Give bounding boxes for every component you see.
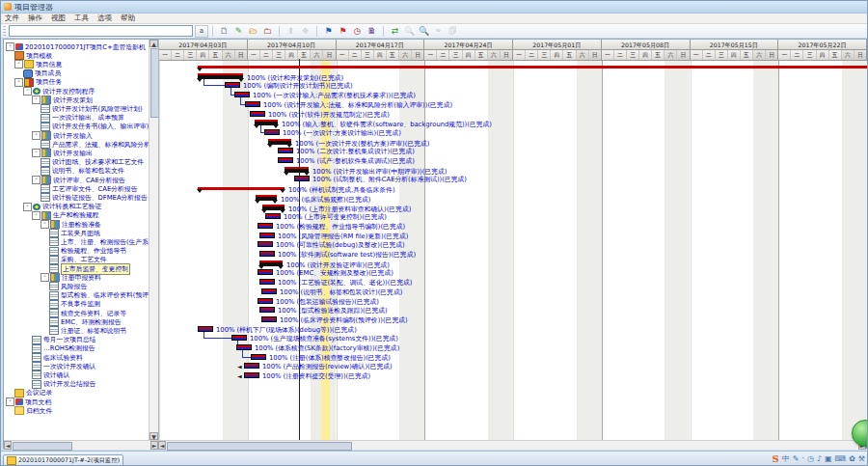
task-bar[interactable]: 100% (工艺验证(装配、调试、老化))(已完成) xyxy=(259,279,275,285)
clock-icon[interactable]: ◷ xyxy=(807,454,814,464)
red-bar[interactable]: 100% (样机试制完成,具备临床条件) xyxy=(198,187,285,190)
tree-item[interactable]: 设计开发计划书(风险管理计划) xyxy=(41,104,143,113)
tree-item[interactable]: -设计开发输入 xyxy=(32,131,93,140)
tree-horizontal-scrollbar[interactable]: ◄ ► xyxy=(4,440,158,450)
title-bar[interactable]: 项目管理器 xyxy=(1,1,868,14)
tree-expander-icon[interactable]: - xyxy=(23,203,32,211)
tree-item[interactable]: -20201017000071JT项目C+血管造影机 xyxy=(6,42,146,51)
tree-item[interactable]: EMC、环测检测报告 xyxy=(49,317,121,326)
scroll-thumb[interactable] xyxy=(167,442,352,451)
report-doc-icon[interactable]: 🗎 xyxy=(366,25,378,37)
tree-item[interactable]: 设计确认 xyxy=(32,370,69,379)
task-bar[interactable]: 100% (临床评价资料编制(预评价))(已完成) xyxy=(261,316,277,322)
tree-expander-icon[interactable]: - xyxy=(41,220,49,229)
red-bar[interactable] xyxy=(198,66,867,69)
task-bar[interactable]: 100% (说明书、标签和包装设计)(已完成) xyxy=(261,288,277,294)
tree-item[interactable]: 上市、注册、检测报告(生产系统) xyxy=(49,237,149,246)
tree-item[interactable]: 工装夹具图纸 xyxy=(49,229,100,237)
summary-bar[interactable]: 100% (上市注册资料审查和确认)(已完成) xyxy=(262,206,285,210)
tree-expander-icon[interactable]: - xyxy=(32,149,41,157)
tree-item[interactable]: -设计开发输出 xyxy=(32,149,93,157)
image-icon[interactable]: ▣ xyxy=(825,454,832,464)
scroll-left-arrow[interactable]: ◄ xyxy=(4,441,12,450)
clock-icon[interactable]: ◷ xyxy=(351,25,364,37)
task-bar[interactable]: 100% (设计开发输入:法规、标准和风险分析(输入评审))(已完成) xyxy=(245,101,260,107)
tree-item[interactable]: 每月一次项目总结 xyxy=(32,336,95,344)
tree-expander-icon[interactable]: - xyxy=(6,42,14,51)
tree-item[interactable]: -设计开发控制程序 xyxy=(23,87,95,96)
quick-search-input[interactable] xyxy=(9,25,193,37)
flag-blue-icon[interactable]: ⚑ xyxy=(322,25,335,37)
search-plus-icon[interactable]: 🔍 xyxy=(418,25,430,37)
wrench-icon[interactable]: ⚒ xyxy=(858,454,865,464)
tree-item[interactable]: 设计开发任务书(输入、输出评审) xyxy=(41,123,149,131)
tree-expander-icon[interactable]: - xyxy=(14,78,23,87)
delete-folder-icon[interactable]: 🗀 xyxy=(261,25,274,37)
tree-expander-icon[interactable]: - xyxy=(32,211,41,220)
task-bar[interactable]: 100% (EMC、安规检测及整改)(已完成) xyxy=(258,269,273,275)
toolbar-grip[interactable] xyxy=(3,26,6,37)
task-bar[interactable]: 100% (设计(软件)开发规范制定)(已完成) xyxy=(250,111,265,117)
chinese-mode-icon[interactable]: 中 xyxy=(782,454,790,464)
tree-item[interactable]: -设计开发策划 xyxy=(32,96,93,104)
menu-item-1[interactable]: 操作 xyxy=(28,14,42,23)
tree-item[interactable]: -设计评审、CAE分析报告 xyxy=(32,176,125,184)
tree-item[interactable]: 临床试验资料 xyxy=(32,353,83,362)
task-bar[interactable]: 100% (可靠性试验(debug)及整改)(已完成) xyxy=(258,241,273,247)
menu-item-0[interactable]: 文件 xyxy=(5,14,19,23)
scroll-thumb[interactable] xyxy=(13,442,72,451)
tree-item[interactable]: 设计图纸、技术要求和工艺文件 xyxy=(41,158,144,167)
menu-item-4[interactable]: 选项 xyxy=(97,14,112,23)
task-bar[interactable]: 100% (试产:整机软件集成调试)(已完成) xyxy=(278,157,293,163)
task-bar[interactable]: 100% (产品检测报告(review)确认)(已完成) xyxy=(244,363,259,369)
task-bar[interactable]: 100% (编制设计开发计划书)(已完成) xyxy=(225,82,240,88)
flag-red-icon[interactable]: ⚑ xyxy=(337,25,349,37)
tree-expander-icon[interactable]: - xyxy=(23,87,32,96)
summary-bar[interactable]: 100% (设计开发验证评审)(已完成) xyxy=(259,262,283,266)
task-bar[interactable]: 100% (一次设计输入:产品需求(整机技术要求))(已完成) xyxy=(234,92,250,97)
tree-item[interactable]: 检验规程、作业指导书 xyxy=(49,247,126,256)
sogou-logo[interactable]: S xyxy=(772,454,778,464)
tree-item[interactable]: 核查文件资料、记录等 xyxy=(49,309,126,317)
tree-item[interactable]: 说明书、标签和包装文件 xyxy=(41,167,124,176)
tree-item[interactable]: -注册申报资料 xyxy=(41,273,101,282)
tree-expander-icon[interactable]: - xyxy=(41,273,49,282)
tree-item[interactable]: -项目任务 xyxy=(14,78,62,87)
tree-item[interactable]: -注册检验准备 xyxy=(41,220,101,229)
tree-item[interactable]: 设计开发总结报告 xyxy=(32,380,95,389)
summary-bar[interactable]: 100% (输入:整机、软硬件需求(software、background规范)… xyxy=(255,122,278,125)
task-bar[interactable]: 100% (包装运输试验报告)(已完成) xyxy=(258,298,273,304)
tree-item[interactable]: 归档文件 xyxy=(14,406,52,415)
tree-item[interactable]: -项目文档 xyxy=(6,397,51,406)
tree-item[interactable]: 一次设计输出、成本预算 xyxy=(41,114,124,123)
tree-expander-icon[interactable]: - xyxy=(32,96,41,104)
task-bar[interactable]: 100% (注册(体系)核查整改报告)(已完成) xyxy=(251,354,266,360)
summary-bar[interactable]: 100% (设计开发输出评审(中期评审))(已完成) xyxy=(285,169,309,173)
task-bar[interactable]: 100% (生产现场核查准备(systems文件))(已完成) xyxy=(231,335,247,341)
tree-item[interactable]: 型式检验、临床评价资料(预评价) xyxy=(49,291,149,300)
task-bar[interactable]: 100% (样机下厂(现场体系)(debug等))(已完成) xyxy=(198,326,213,332)
tree-item[interactable]: -项目信息 xyxy=(14,60,62,69)
menu-item-5[interactable]: 帮助 xyxy=(121,14,135,23)
summary-bar[interactable]: 100% (设计和开发策划)(已完成) xyxy=(198,75,243,79)
tree-item[interactable]: 一次设计开发确认 xyxy=(32,362,95,370)
menu-item-3[interactable]: 工具 xyxy=(74,14,89,23)
tree-item[interactable]: 设计验证报告、DFMEA分析报告 xyxy=(41,193,148,202)
task-bar[interactable]: 100% (二次设计:整机集成设计)(已完成) xyxy=(278,148,293,153)
input-dropdown-button[interactable]: a xyxy=(195,25,208,38)
keyboard-icon[interactable]: ⌨ xyxy=(835,454,847,464)
task-bar[interactable]: 100% (风险管理报告(RM file)更新)(已完成) xyxy=(259,233,275,238)
scroll-right-arrow[interactable]: ► xyxy=(150,441,158,450)
new-doc-icon[interactable]: 🗋 xyxy=(218,25,231,37)
task-bar[interactable]: 100% (注册资料提交(受理))(已完成) xyxy=(244,372,259,378)
scroll-left-arrow[interactable]: ◄ xyxy=(158,441,166,450)
tree-item[interactable]: 工艺评审文件、CAE分析报告 xyxy=(41,184,137,193)
scroll-up-arrow[interactable]: ▲ xyxy=(149,40,158,47)
skin-icon[interactable]: ✿ xyxy=(849,454,855,464)
task-bar[interactable]: 100% (体系核查(SK条款)(factory审核))(已完成) xyxy=(236,344,252,350)
tree-expander-icon[interactable]: - xyxy=(32,176,41,184)
pen-icon[interactable]: ✎ xyxy=(793,454,800,464)
task-bar[interactable]: 100% (型式检验送检及跟踪)(已完成) xyxy=(259,307,275,313)
tree-vertical-scrollbar[interactable]: ▲ ▼ xyxy=(149,40,158,440)
task-bar[interactable]: 100% (软件测试(software test)报告)(已完成) xyxy=(259,251,275,257)
